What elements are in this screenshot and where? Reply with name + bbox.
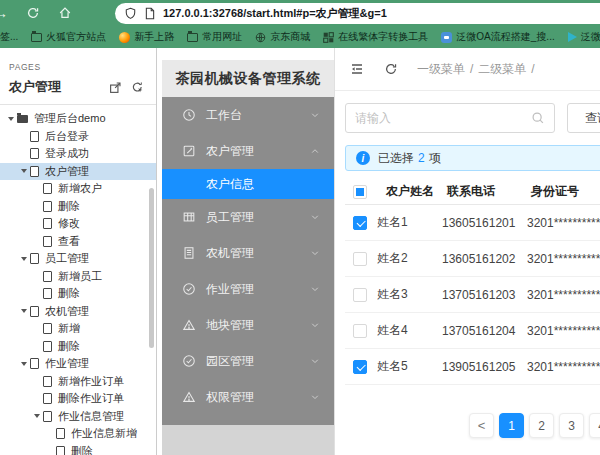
bookmark-item[interactable]: 泛微OA流程搭建_搜... <box>441 30 554 44</box>
menu-item-plot-mgmt[interactable]: 地块管理 <box>162 307 334 343</box>
row-checkbox[interactable] <box>353 288 367 302</box>
pages-heading: PAGES <box>0 62 156 72</box>
caret-down-icon[interactable] <box>18 169 30 173</box>
menu-item-farmer-mgmt[interactable]: 农户管理 <box>162 133 334 169</box>
tree-item[interactable]: 新增作业订单 <box>0 373 156 391</box>
tree-item[interactable]: 新增 <box>0 320 156 338</box>
menu-item-permission-mgmt[interactable]: 权限管理 <box>162 379 334 415</box>
table-row[interactable]: 姓名1 13605161201 3201**********36 <box>345 205 600 241</box>
table-row[interactable]: 姓名4 13705161204 3201**********36 <box>345 313 600 349</box>
chevron-down-icon <box>310 320 320 330</box>
tree-item-label: 农机管理 <box>45 304 89 319</box>
search-input[interactable] <box>355 111 531 125</box>
pagination-page-button[interactable]: 3 <box>559 413 584 438</box>
tree-item[interactable]: 查看 <box>0 233 156 251</box>
globe-icon <box>255 32 266 43</box>
url-text[interactable]: 127.0.0.1:32768/start.html#p=农户管理&g=1 <box>163 6 387 21</box>
tree-item[interactable]: 删除 <box>0 198 156 216</box>
pagination: < 1 2 3 4 <box>469 413 600 438</box>
shield-icon[interactable] <box>124 7 137 20</box>
tree-item[interactable]: 删除 <box>0 285 156 303</box>
file-icon <box>43 236 52 247</box>
row-checkbox[interactable] <box>353 360 367 374</box>
refresh-pointer-icon[interactable] <box>131 81 144 94</box>
firefox-icon <box>119 32 130 43</box>
row-checkbox[interactable] <box>353 324 367 338</box>
breadcrumb-level2[interactable]: 二级菜单 <box>478 62 526 76</box>
tree-item-selected[interactable]: 农户管理 <box>0 163 156 181</box>
reload-icon[interactable] <box>26 6 40 20</box>
submenu-item-farmer-info[interactable]: 农户信息 <box>162 169 334 199</box>
bookmark-item[interactable]: 书签... <box>0 30 18 44</box>
pages-panel-title: 农户管理 <box>9 78 100 96</box>
tree-item[interactable]: 登录成功 <box>0 145 156 163</box>
tree-item[interactable]: 新增员工 <box>0 268 156 286</box>
tree-item[interactable]: 作业信息管理 <box>0 408 156 426</box>
tree-item-label: 农户管理 <box>45 164 89 179</box>
caret-down-icon[interactable] <box>31 414 43 418</box>
pages-title-row: 农户管理 <box>0 72 156 105</box>
search-box[interactable] <box>345 103 555 133</box>
bookmark-item[interactable]: 常用网址 <box>187 30 242 44</box>
row-checkbox[interactable] <box>353 216 367 230</box>
table-icon <box>182 210 196 224</box>
menu-fold-icon[interactable] <box>349 61 365 77</box>
pagination-page-button[interactable]: 4 <box>589 413 600 438</box>
chevron-down-icon <box>310 392 320 402</box>
bookmark-item[interactable]: 火狐官方站点 <box>31 30 106 44</box>
forward-icon[interactable]: → <box>0 5 8 21</box>
tree-item[interactable]: 新增农户 <box>0 180 156 198</box>
tree-item[interactable]: 农机管理 <box>0 303 156 321</box>
cell-name: 姓名2 <box>375 250 441 267</box>
bookmark-item[interactable]: 新手上路 <box>119 30 174 44</box>
query-button[interactable]: 查询 <box>567 103 600 133</box>
main-content: 一级菜单/二级菜单/ 查询 i 已选择 2 项 <box>334 48 600 455</box>
select-all-checkbox[interactable] <box>353 185 367 199</box>
pagination-prev-button[interactable]: < <box>469 413 494 438</box>
submenu-item-label: 农户信息 <box>206 176 254 193</box>
bookmark-item[interactable]: 泛微OA通用流程培训... <box>568 30 600 44</box>
table-row[interactable]: 姓名5 13905161205 3201**********36 <box>345 349 600 385</box>
tree-item[interactable]: 作业信息新增 <box>0 425 156 443</box>
menu-item-workbench[interactable]: 工作台 <box>162 97 334 133</box>
menu-item-park-mgmt[interactable]: 园区管理 <box>162 343 334 379</box>
pagination-page-button[interactable]: 1 <box>499 413 524 438</box>
bookmark-item[interactable]: 在线繁体字转换工具 <box>323 30 428 44</box>
file-icon <box>30 358 39 369</box>
caret-down-icon[interactable] <box>18 362 30 366</box>
edit-square-icon <box>182 144 196 158</box>
caret-down-icon[interactable] <box>5 117 17 121</box>
tree-item[interactable]: 管理后台demo <box>0 110 156 128</box>
file-icon <box>43 393 52 404</box>
url-bar[interactable]: 127.0.0.1:32768/start.html#p=农户管理&g=1 <box>115 3 600 24</box>
sidebar-footer <box>162 425 334 455</box>
row-checkbox[interactable] <box>353 252 367 266</box>
scrollbar-thumb[interactable] <box>149 188 154 348</box>
table-row[interactable]: 姓名3 13705161203 3201**********36 <box>345 277 600 313</box>
table-row[interactable]: 姓名2 13605161202 3201**********36 <box>345 241 600 277</box>
open-in-window-icon[interactable] <box>109 81 122 94</box>
tree-item[interactable]: 修改 <box>0 215 156 233</box>
breadcrumb-level1[interactable]: 一级菜单 <box>417 62 465 76</box>
menu-item-job-mgmt[interactable]: 作业管理 <box>162 271 334 307</box>
reload-page-icon[interactable] <box>384 62 398 76</box>
tree-item[interactable]: 员工管理 <box>0 250 156 268</box>
tree-item[interactable]: 删除作业订单 <box>0 390 156 408</box>
tree-item-label: 后台登录 <box>45 129 89 144</box>
caret-down-icon[interactable] <box>18 309 30 313</box>
pagination-page-button[interactable]: 2 <box>529 413 554 438</box>
caret-down-icon[interactable] <box>18 257 30 261</box>
home-icon[interactable] <box>58 6 72 20</box>
play-icon <box>568 32 577 42</box>
tree-item[interactable]: 作业管理 <box>0 355 156 373</box>
menu-item-machine-mgmt[interactable]: 农机管理 <box>162 235 334 271</box>
selection-alert: i 已选择 2 项 <box>345 145 600 171</box>
bookmark-item[interactable]: 京东商城 <box>255 30 310 44</box>
tree-item[interactable]: 删除 <box>0 338 156 356</box>
menu-item-employee-mgmt[interactable]: 员工管理 <box>162 199 334 235</box>
search-icon[interactable] <box>531 111 545 125</box>
tree-item[interactable]: 删除 <box>0 443 156 455</box>
cell-phone: 13705161203 <box>441 288 527 302</box>
page-proxy-icon[interactable] <box>144 7 156 20</box>
tree-item[interactable]: 后台登录 <box>0 128 156 146</box>
